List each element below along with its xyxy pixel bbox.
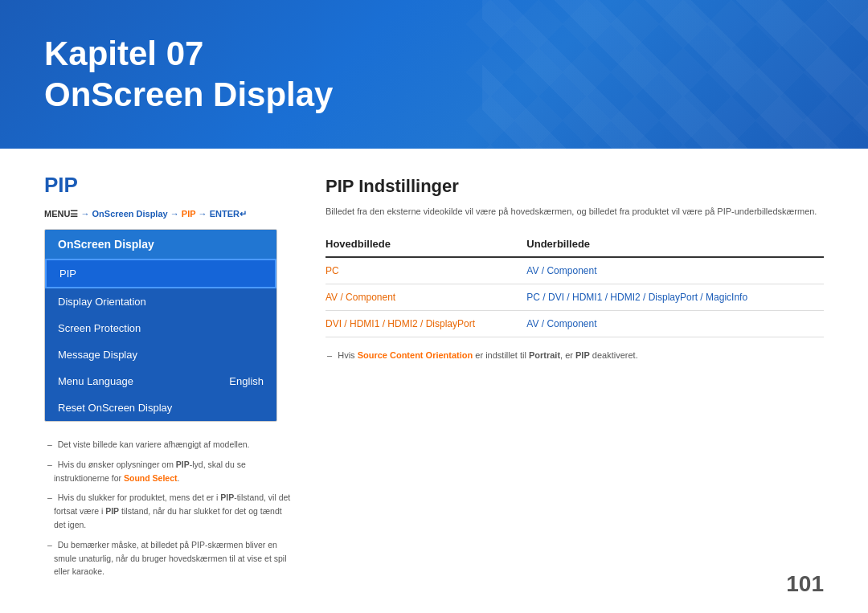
col-header-sub: Underbillede (526, 233, 824, 257)
table-row: DVI / HDMI1 / HDMI2 / DisplayPort AV / C… (326, 310, 824, 337)
svg-rect-1 (466, 0, 868, 149)
chapter-line2: OnScreen Display (44, 76, 333, 113)
table-cell: PC (326, 257, 526, 284)
note-2: Hvis du ønsker oplysninger om PIP-lyd, s… (44, 458, 293, 485)
osd-menu-items-list: PIP Display Orientation Screen Protectio… (45, 259, 276, 421)
menu-item-message-display[interactable]: Message Display (45, 341, 276, 368)
table-note: Hvis Source Content Orientation er indst… (326, 350, 824, 360)
main-content: PIP MENU☰ → OnScreen Display → PIP → ENT… (0, 149, 868, 613)
table-cell: AV / Component (526, 257, 824, 284)
right-column: PIP Indstillinger Billedet fra den ekste… (326, 173, 824, 597)
page-number: 101 (786, 571, 824, 597)
chapter-title: Kapitel 07 OnScreen Display (44, 34, 333, 115)
table-cell: AV / Component (326, 284, 526, 310)
menu-item-pip[interactable]: PIP (45, 259, 276, 288)
pip-link: PIP (182, 209, 196, 219)
menu-item-reset-osd[interactable]: Reset OnScreen Display (45, 394, 276, 421)
header-text-block: Kapitel 07 OnScreen Display (44, 34, 333, 115)
osd-menu-header: OnScreen Display (45, 230, 276, 259)
menu-item-menu-language[interactable]: Menu Language English (45, 368, 276, 394)
header-banner: Kapitel 07 OnScreen Display (0, 0, 868, 149)
table-row: PC AV / Component (326, 257, 824, 284)
table-cell: DVI / HDMI1 / HDMI2 / DisplayPort (326, 310, 526, 337)
chapter-line1: Kapitel 07 (44, 35, 203, 72)
menu-path: MENU☰ → OnScreen Display → PIP → ENTER↵ (44, 209, 293, 219)
osd-menu-box: OnScreen Display PIP Display Orientation… (44, 229, 277, 422)
table-cell: PC / DVI / HDMI1 / HDMI2 / DisplayPort /… (526, 284, 824, 310)
notes-section: Det viste billede kan variere afhængigt … (44, 438, 293, 578)
pip-description: Billedet fra den eksterne videokilde vil… (326, 205, 824, 219)
diamond-pattern-decoration (466, 0, 868, 149)
note-1: Det viste billede kan variere afhængigt … (44, 438, 293, 452)
pip-section-title: PIP (44, 173, 293, 198)
menu-prefix: MENU☰ (44, 209, 78, 219)
table-row: AV / Component PC / DVI / HDMI1 / HDMI2 … (326, 284, 824, 310)
note-4: Du bemærker måske, at billedet på PIP-sk… (44, 538, 293, 578)
menu-item-display-orientation[interactable]: Display Orientation (45, 288, 276, 315)
pip-settings-title: PIP Indstillinger (326, 176, 824, 197)
table-header-row: Hovedbillede Underbillede (326, 233, 824, 257)
note-3: Hvis du slukker for produktet, mens det … (44, 491, 293, 531)
table-cell: AV / Component (526, 310, 824, 337)
col-header-main: Hovedbillede (326, 233, 526, 257)
pip-table: Hovedbillede Underbillede PC AV / Compon… (326, 233, 824, 337)
left-column: PIP MENU☰ → OnScreen Display → PIP → ENT… (44, 173, 293, 597)
menu-item-screen-protection[interactable]: Screen Protection (45, 315, 276, 341)
